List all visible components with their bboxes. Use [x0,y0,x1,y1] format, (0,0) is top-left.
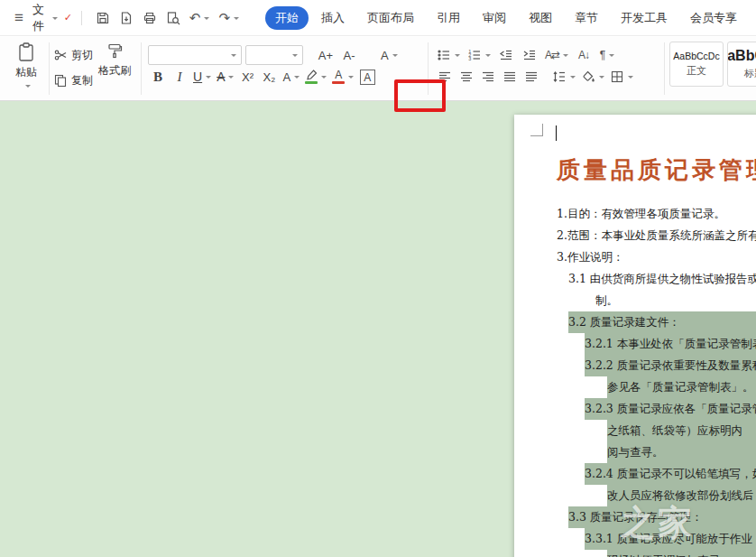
format-painter-label: 格式刷 [98,63,131,79]
pinyin-icon: A [282,70,290,84]
print-button[interactable] [138,7,161,29]
increase-font-button[interactable]: A+ [316,44,336,66]
tab-page-layout[interactable]: 页面布局 [357,6,424,30]
line-spacing-icon [552,70,567,84]
tab-review[interactable]: 审阅 [473,6,516,30]
shading-button[interactable] [579,66,606,88]
sort-icon: A↓ [578,49,589,61]
save-icon [96,11,110,25]
style-preview: AaBbCcDc [673,51,719,61]
export-pdf-button[interactable] [115,7,138,29]
menu-bar: ≡ 文件 ✓ ↶ ↷ 开始 插入 页面布局 引用 审阅 视图 [0,0,756,36]
align-center-button[interactable] [456,66,476,88]
italic-button[interactable]: I [170,66,189,88]
strikethrough-icon: A [217,70,225,84]
svg-text:3: 3 [468,56,471,61]
document-page[interactable]: 质量品质记录管理 1.目的：有效管理各项质量记录。 2.范围：本事业处质量系统所… [514,115,756,557]
outdent-icon [499,48,513,62]
pinyin-guide-button[interactable]: A [281,66,301,88]
document-line-selected[interactable]: 3.2.3 质量记录应依各「质量记录管 [585,398,756,420]
separator [141,42,142,95]
show-marks-button[interactable]: ¶ [597,44,617,66]
document-line[interactable]: 2.范围：本事业处质量系统所涵盖之所有 [557,225,756,246]
document-line-selected[interactable]: 现场以便于调阅与查寻。 [607,550,756,557]
font-color-letter: A [335,70,342,80]
style-item-body[interactable]: AaBbCcDc 正文 [669,42,724,87]
cut-button[interactable]: 剪切 [54,45,93,65]
document-line[interactable]: 3.1 由供货商所提供之物性试验报告或 [568,268,756,290]
document-canvas[interactable]: 质量品质记录管理 1.目的：有效管理各项质量记录。 2.范围：本事业处质量系统所… [0,101,756,557]
ribbon-tabs: 开始 插入 页面布局 引用 审阅 视图 章节 开发工具 会员专享 [265,6,747,30]
undo-button[interactable]: ↶ [185,7,215,28]
tab-view[interactable]: 视图 [519,6,562,30]
line-spacing-button[interactable] [550,66,577,88]
numbered-list-icon: 123 [467,48,482,62]
tab-references[interactable]: 引用 [427,6,470,30]
document-line-selected[interactable]: 3.2.1 本事业处依「质量记录管制表 [585,333,756,355]
distribute-button[interactable] [521,66,541,88]
bullet-list-button[interactable] [435,44,462,66]
underline-button[interactable]: U [191,66,213,88]
font-color-bar [332,81,345,84]
align-justify-button[interactable] [500,66,520,88]
pilcrow-icon: ¶ [600,49,605,61]
increase-indent-button[interactable] [520,44,539,66]
save-button[interactable] [91,7,115,29]
document-line-selected[interactable]: 之纸箱、纸袋等）应标明内 [607,420,756,441]
print-preview-icon [166,11,180,25]
document-line[interactable]: 制。 [595,290,756,311]
saved-check-icon: ✓ [64,12,72,23]
text-direction-button[interactable]: A⇄ [543,44,570,66]
align-justify-icon [502,70,517,84]
format-painter-icon [106,42,123,60]
document-line-selected[interactable]: 3.2.2 质量记录依重要性及数量累积 [585,355,756,376]
document-line-selected[interactable]: 参见各「质量记录管制表」。 [607,376,756,398]
file-menu-button[interactable]: 文件 [32,2,58,34]
tab-home[interactable]: 开始 [265,6,309,30]
tab-developer-tools[interactable]: 开发工具 [611,6,678,30]
format-painter-button[interactable]: 格式刷 [94,42,135,79]
subscript-button[interactable]: X₂ [259,66,279,88]
font-name-select[interactable] [148,45,242,65]
watermark: 之家 [621,500,695,546]
highlight-color-button[interactable] [303,66,328,88]
copy-icon [54,74,67,87]
wps-writer-window: ≡ 文件 ✓ ↶ ↷ 开始 插入 页面布局 引用 审阅 视图 [0,0,756,557]
print-preview-button[interactable] [161,7,185,29]
style-item-heading[interactable]: AaBbCcDc 标题 [727,42,756,87]
document-line-selected[interactable]: 阅与查寻。 [607,441,756,463]
tab-member-exclusive[interactable]: 会员专享 [680,6,747,30]
tab-insert[interactable]: 插入 [311,6,355,30]
redo-button[interactable]: ↷ [214,7,244,28]
decrease-indent-button[interactable] [496,44,516,66]
font-color-button[interactable]: A [330,66,355,88]
document-title[interactable]: 质量品质记录管理 [557,154,756,186]
paste-button[interactable]: 粘贴 [7,42,45,88]
sort-button[interactable]: A↓ [574,44,594,66]
paste-label: 粘贴 [15,65,37,80]
document-line-selected[interactable]: 3.2 质量记录建文件： [568,311,756,333]
align-right-button[interactable] [478,66,498,88]
align-right-icon [481,70,495,84]
character-border-button[interactable]: A [357,66,377,88]
hamburger-menu-icon[interactable]: ≡ [9,7,29,29]
copy-button[interactable]: 复制 [54,70,93,90]
margin-corner-mark [530,124,543,136]
annotation-box [394,79,446,112]
document-line-selected[interactable]: 3.2.4 质量记录不可以铅笔填写，如 [585,463,756,485]
tab-section[interactable]: 章节 [565,6,608,30]
text-effects-button[interactable]: A [379,44,400,66]
bold-button[interactable]: B [148,66,168,88]
align-center-icon [459,70,474,84]
style-label: 标题 [744,67,756,80]
strikethrough-button[interactable]: A [215,66,235,88]
superscript-button[interactable]: X² [237,66,257,88]
decrease-font-button[interactable]: A- [339,44,359,66]
borders-button[interactable] [608,66,635,88]
font-size-select[interactable] [245,45,303,65]
document-line[interactable]: 1.目的：有效管理各项质量记录。 [557,203,756,225]
export-pdf-icon [119,11,134,25]
document-line[interactable]: 3.作业说明： [557,246,756,268]
numbered-list-button[interactable]: 123 [466,44,493,66]
copy-label: 复制 [71,73,93,88]
